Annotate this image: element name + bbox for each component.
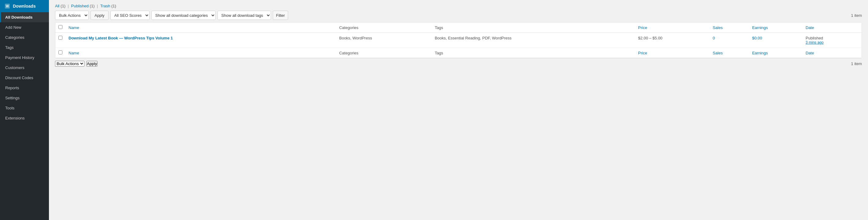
row-earnings: $0.00 — [749, 33, 803, 48]
header-tags: Tags — [432, 23, 635, 33]
status-published-link[interactable]: Published — [71, 4, 89, 8]
sidebar-item-settings[interactable]: Settings — [0, 93, 49, 103]
bottom-apply-button[interactable]: Apply — [86, 61, 98, 67]
footer-sales[interactable]: Sales — [710, 48, 749, 58]
table-row: Download My Latest Book — WordPress Tips… — [55, 33, 862, 48]
row-tags: Books, Essential Reading, PDF, WordPress — [432, 33, 635, 48]
bulk-actions-select[interactable]: Bulk Actions — [55, 11, 89, 20]
sidebar-item-extensions[interactable]: Extensions — [0, 113, 49, 123]
sidebar-item-reports[interactable]: Reports — [0, 83, 49, 93]
bottom-bulk-actions-select[interactable]: Bulk Actions — [55, 61, 85, 67]
filter-button[interactable]: Filter — [273, 11, 288, 20]
status-links: All (1) | Published (1) | Trash (1) — [55, 4, 862, 8]
footer-name[interactable]: Name — [65, 48, 336, 58]
header-categories: Categories — [336, 23, 432, 33]
select-all-footer-checkbox[interactable] — [58, 50, 62, 54]
sidebar-item-payment-history[interactable]: Payment History — [0, 52, 49, 63]
status-trash-count: (1) — [111, 4, 116, 8]
footer-tags: Tags — [432, 48, 635, 58]
status-trash-link[interactable]: Trash — [100, 4, 111, 8]
footer-earnings[interactable]: Earnings — [749, 48, 803, 58]
product-name-link[interactable]: Download My Latest Book — WordPress Tips… — [68, 36, 173, 40]
seo-scores-select[interactable]: All SEO ScoresGoodOKBad — [111, 11, 150, 20]
sidebar-item-customers[interactable]: Customers — [0, 63, 49, 73]
status-all-count: (1) — [61, 4, 65, 8]
bottom-filter-bar: Bulk Actions Apply 1 item — [55, 58, 862, 67]
table-body: Download My Latest Book — WordPress Tips… — [55, 33, 862, 48]
row-checkbox[interactable] — [58, 36, 62, 40]
sidebar: W Downloads All DownloadsAdd NewCategori… — [0, 0, 49, 220]
bottom-item-count: 1 item — [851, 62, 862, 66]
time-ago[interactable]: 3 mins ago — [806, 40, 859, 45]
category-select[interactable]: Show all download categories — [151, 11, 216, 20]
date-status: Published — [806, 36, 859, 40]
row-date: Published 3 mins ago — [803, 33, 862, 48]
header-price[interactable]: Price — [635, 23, 710, 33]
sidebar-item-tools[interactable]: Tools — [0, 103, 49, 113]
sidebar-header[interactable]: W Downloads — [0, 0, 49, 12]
header-sales[interactable]: Sales — [710, 23, 749, 33]
downloads-table: Name Categories Tags Price Sales Earning… — [55, 23, 862, 58]
sidebar-item-discount-codes[interactable]: Discount Codes — [0, 73, 49, 83]
main-content: All (1) | Published (1) | Trash (1) Bulk… — [49, 0, 868, 220]
tags-select[interactable]: Show all download tags — [217, 11, 271, 20]
top-filter-bar: Bulk Actions Apply All SEO ScoresGoodOKB… — [55, 11, 862, 20]
footer-price[interactable]: Price — [635, 48, 710, 58]
sidebar-item-add-new[interactable]: Add New — [0, 22, 49, 32]
svg-text:W: W — [6, 5, 9, 8]
sidebar-item-categories[interactable]: Categories — [0, 32, 49, 42]
header-earnings[interactable]: Earnings — [749, 23, 803, 33]
downloads-icon: W — [4, 3, 10, 9]
sidebar-plugin-name: Downloads — [13, 4, 36, 8]
earnings-link[interactable]: $0.00 — [752, 36, 762, 40]
header-name[interactable]: Name — [65, 23, 336, 33]
footer-checkbox-cell — [55, 48, 65, 58]
status-published-count: (1) — [90, 4, 94, 8]
select-all-checkbox[interactable] — [58, 25, 62, 29]
sidebar-item-tags[interactable]: Tags — [0, 42, 49, 52]
row-categories: Books, WordPress — [336, 33, 432, 48]
header-date[interactable]: Date — [803, 23, 862, 33]
content-area: All (1) | Published (1) | Trash (1) Bulk… — [49, 0, 868, 220]
footer-date[interactable]: Date — [803, 48, 862, 58]
downloads-table-wrapper: Name Categories Tags Price Sales Earning… — [55, 22, 862, 58]
top-apply-button[interactable]: Apply — [91, 11, 108, 20]
status-all-link[interactable]: All — [55, 4, 59, 8]
row-name: Download My Latest Book — WordPress Tips… — [65, 33, 336, 48]
table-footer: Name Categories Tags Price Sales Earning… — [55, 48, 862, 58]
row-checkbox-cell — [55, 33, 65, 48]
row-sales: 0 — [710, 33, 749, 48]
header-checkbox-cell — [55, 23, 65, 33]
sidebar-nav: All DownloadsAdd NewCategoriesTagsPaymen… — [0, 12, 49, 123]
top-item-count: 1 item — [851, 13, 862, 18]
sidebar-item-all-downloads[interactable]: All Downloads — [0, 12, 49, 22]
row-price: $2.00 – $5.00 — [635, 33, 710, 48]
sales-link[interactable]: 0 — [713, 36, 715, 40]
footer-categories: Categories — [336, 48, 432, 58]
table-header: Name Categories Tags Price Sales Earning… — [55, 23, 862, 33]
